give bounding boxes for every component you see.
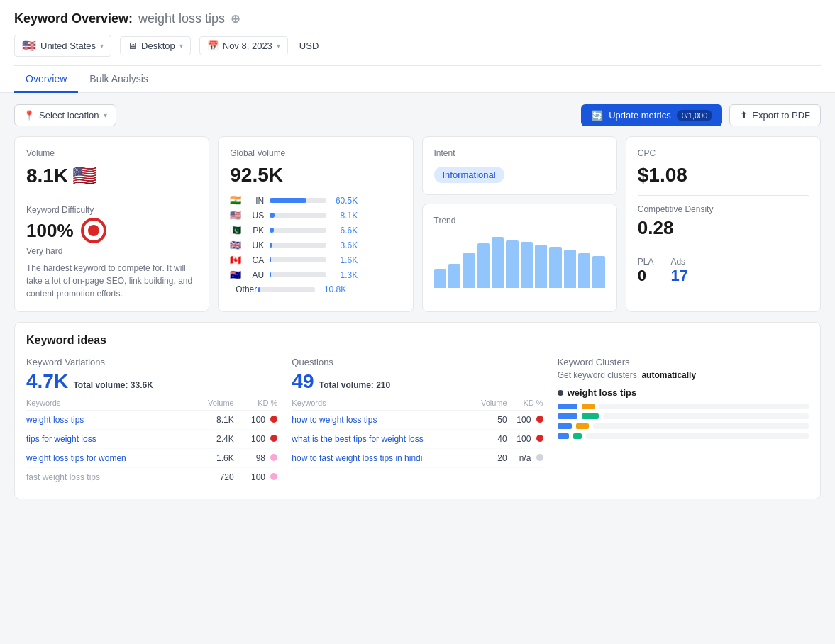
- country-flag: 🇨🇦: [230, 255, 241, 265]
- refresh-icon: 🔄: [591, 110, 603, 121]
- keyword-link[interactable]: how to weight loss tips: [292, 415, 377, 425]
- variations-col: Keyword Variations 4.7K Total volume: 33…: [26, 357, 277, 487]
- kd-circle: [81, 218, 106, 243]
- volume-cell: 2.4K: [191, 430, 234, 449]
- date-label: Nov 8, 2023: [223, 40, 272, 51]
- country-code: PK: [247, 226, 264, 235]
- tabs: Overview Bulk Analysis: [14, 65, 821, 92]
- cluster-bar-yellow: [576, 423, 589, 429]
- chevron-down-icon: ▾: [179, 42, 183, 50]
- country-bar-container: [258, 287, 315, 292]
- country-row: 🇦🇺 AU 1.3K: [230, 270, 401, 280]
- kd-dot-icon: [270, 416, 277, 423]
- trend-card: Trend: [422, 204, 617, 312]
- country-flag: 🇺🇸: [230, 210, 241, 221]
- cluster-row: [558, 404, 809, 409]
- keyword-link[interactable]: weight loss tips: [26, 415, 84, 425]
- device-icon: 🖥: [128, 40, 137, 51]
- country-code: IN: [247, 196, 264, 206]
- trend-label: Trend: [434, 216, 605, 226]
- keyword-link[interactable]: tips for weight loss: [26, 434, 96, 444]
- keyword-cell[interactable]: what is the best tips for weight loss: [292, 430, 471, 449]
- variations-table: Keywords Volume KD % weight loss tips 8.…: [26, 396, 277, 487]
- col-keywords-q: Keywords: [292, 396, 471, 411]
- pla-item: PLA 0: [638, 257, 654, 285]
- intent-card: Intent Informational: [422, 136, 617, 195]
- country-filter[interactable]: 🇺🇸 United States ▾: [14, 35, 111, 57]
- col-volume: Volume: [191, 396, 234, 411]
- pla-value: 0: [638, 267, 654, 285]
- volume-cell: 20: [472, 449, 507, 468]
- table-row: weight loss tips for women 1.6K 98: [26, 449, 277, 468]
- keyword-cell[interactable]: weight loss tips for women: [26, 449, 191, 468]
- keyword-link[interactable]: how to fast weight loss tips in hindi: [292, 453, 422, 463]
- col-kd: KD %: [234, 396, 278, 411]
- page-title: Keyword Overview: weight loss tips ⊕: [14, 11, 821, 26]
- volume-label: Volume: [26, 148, 197, 158]
- country-row: 🇬🇧 UK 3.6K: [230, 240, 401, 250]
- device-filter[interactable]: 🖥 Desktop ▾: [120, 36, 191, 55]
- keyword-link[interactable]: fast weight loss tips: [26, 472, 100, 482]
- keyword-cell[interactable]: fast weight loss tips: [26, 468, 191, 487]
- tab-overview[interactable]: Overview: [14, 66, 78, 93]
- country-bar-fill: [270, 272, 271, 277]
- questions-total: Total volume: 210: [316, 380, 390, 390]
- col-kd-q: KD %: [507, 396, 543, 411]
- kd-dot-icon: [536, 454, 543, 461]
- country-row: 🇺🇸 US 8.1K: [230, 210, 401, 221]
- cluster-row: [558, 423, 809, 429]
- tab-bulk-analysis[interactable]: Bulk Analysis: [78, 66, 159, 93]
- keyword-link[interactable]: weight loss tips for women: [26, 453, 126, 463]
- volume-cell: 1.6K: [191, 449, 234, 468]
- trend-bar: [578, 253, 590, 289]
- update-metrics-button[interactable]: 🔄 Update metrics 0/1,000: [581, 104, 722, 126]
- kd-cell: 100: [507, 411, 543, 430]
- country-row: 🇨🇦 CA 1.6K: [230, 255, 401, 265]
- keyword-cell[interactable]: weight loss tips: [26, 411, 191, 430]
- keyword-text: weight loss tips: [138, 11, 225, 26]
- keyword-cell[interactable]: tips for weight loss: [26, 430, 191, 449]
- country-value: 3.6K: [332, 240, 358, 250]
- cluster-bar-yellow: [582, 404, 595, 409]
- volume-flag: 🇺🇸: [72, 164, 97, 187]
- intent-trend-column: Intent Informational Trend: [422, 136, 617, 312]
- volume-cell: 40: [472, 430, 507, 449]
- col-volume-q: Volume: [472, 396, 507, 411]
- cluster-bar-green: [582, 413, 599, 419]
- country-flag: 🇦🇺: [230, 270, 241, 280]
- export-icon: ⬆: [740, 110, 748, 121]
- cluster-dot-icon: [558, 390, 563, 396]
- trend-bar: [592, 256, 604, 288]
- trend-bar: [492, 237, 504, 288]
- ads-label: Ads: [670, 257, 687, 267]
- country-bar-fill: [258, 287, 260, 292]
- country-value: 8.1K: [332, 211, 358, 221]
- trend-bar: [535, 245, 547, 288]
- kd-dot-icon: [270, 435, 277, 442]
- chevron-down-icon: ▾: [277, 42, 280, 50]
- global-volume-value: 92.5K: [230, 164, 401, 187]
- update-counter: 0/1,000: [677, 110, 713, 121]
- global-volume-card: Global Volume 92.5K 🇮🇳 IN 60.5K 🇺🇸 US 8.…: [218, 136, 413, 312]
- keyword-cell[interactable]: how to fast weight loss tips in hindi: [292, 449, 471, 468]
- keyword-cell[interactable]: how to weight loss tips: [292, 411, 471, 430]
- volume-cell: 720: [191, 468, 234, 487]
- kd-cell: 98: [234, 449, 278, 468]
- add-keyword-icon[interactable]: ⊕: [231, 12, 240, 26]
- export-pdf-button[interactable]: ⬆ Export to PDF: [729, 104, 821, 126]
- cluster-bar-blue: [558, 404, 577, 409]
- variations-count: 4.7K: [26, 370, 68, 392]
- ads-item: Ads 17: [670, 257, 687, 285]
- country-value: 60.5K: [332, 196, 358, 206]
- location-select-button[interactable]: 📍 Select location ▾: [14, 104, 116, 126]
- cluster-text: [599, 404, 809, 409]
- questions-count: 49: [292, 370, 314, 392]
- toolbar: 📍 Select location ▾ 🔄 Update metrics 0/1…: [14, 104, 821, 126]
- keyword-link[interactable]: what is the best tips for weight loss: [292, 434, 423, 444]
- date-filter[interactable]: 📅 Nov 8, 2023 ▾: [199, 36, 288, 55]
- questions-table: Keywords Volume KD % how to weight loss …: [292, 396, 543, 468]
- cluster-bar-blue: [558, 413, 577, 419]
- volume-value: 8.1K 🇺🇸: [26, 164, 197, 187]
- volume-cell: 8.1K: [191, 411, 234, 430]
- country-bar-fill: [270, 198, 306, 203]
